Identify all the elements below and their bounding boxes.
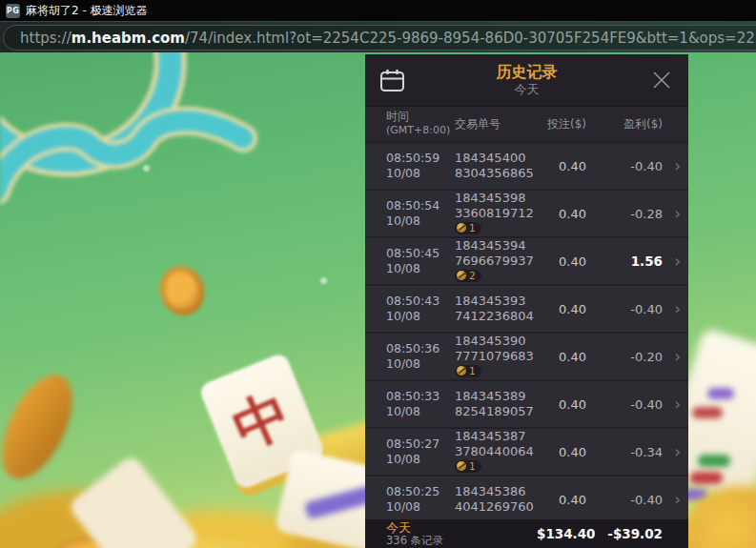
row-order-id: 1843453937412236804	[455, 294, 537, 324]
tile-mark	[692, 407, 723, 418]
panel-subtitle: 今天	[497, 82, 558, 97]
tile-mark	[707, 388, 734, 399]
bonus-count: 1	[469, 365, 476, 377]
chevron-right-icon: ›	[663, 349, 681, 365]
calendar-icon	[379, 69, 405, 92]
row-order-id: 18434539476966799372	[455, 238, 537, 284]
chevron-right-icon: ›	[663, 492, 681, 508]
row-order-id: 1843454008304356865	[455, 151, 537, 181]
footer-today: 今天	[386, 521, 537, 535]
coin-icon	[457, 271, 466, 280]
column-bet: 投注($)	[537, 116, 586, 132]
coin-icon	[457, 461, 466, 471]
footer-total-profit: -$39.02	[586, 526, 663, 541]
row-bet: 0.40	[537, 350, 586, 364]
bonus-count: 2	[469, 270, 476, 282]
history-row[interactable]: 08:50:3610/08184345390777107968310.40-0.…	[365, 334, 688, 379]
history-panel-header: 历史记录 今天	[365, 54, 688, 107]
row-order-id: 18434539833608197121	[455, 191, 537, 236]
window-title: 麻将胡了2 - 极速浏览器	[26, 3, 148, 19]
footer-label: 今天 336 条记录	[386, 521, 537, 547]
history-rows: 08:50:5910/0818434540083043568650.40-0.4…	[365, 141, 688, 519]
bonus-count: 1	[469, 460, 476, 473]
url-text: https://m.heabm.com/74/index.html?ot=225…	[20, 30, 756, 47]
chevron-right-icon: ›	[663, 396, 681, 413]
column-profit: 盈利($)	[586, 116, 663, 132]
row-profit: -0.40	[586, 159, 663, 173]
row-profit: -0.40	[586, 397, 663, 412]
falling-coin-icon	[0, 364, 87, 489]
site-favicon: PG	[6, 4, 20, 18]
column-order: 交易单号	[455, 116, 537, 132]
row-time: 08:50:3310/08	[386, 389, 455, 420]
chevron-right-icon: ›	[663, 254, 681, 270]
calendar-button[interactable]	[365, 54, 419, 106]
row-order-id: 1843453864041269760	[455, 484, 537, 515]
bonus-badge: 2	[455, 270, 481, 282]
history-footer: 今天 336 条记录 $134.40 -$39.02	[365, 519, 688, 548]
column-time: 时间 (GMT+8:00)	[386, 111, 455, 137]
row-time: 08:50:2510/08	[386, 484, 455, 516]
chevron-right-icon: ›	[663, 444, 681, 460]
history-row[interactable]: 08:50:3310/0818434538982541890570.40-0.4…	[365, 381, 688, 427]
row-bet: 0.40	[537, 159, 586, 173]
history-row[interactable]: 08:50:2710/08184345387378044006410.40-0.…	[365, 429, 688, 475]
panel-title: 历史记录	[497, 63, 558, 82]
row-time: 08:50:2710/08	[386, 436, 455, 468]
history-panel: 历史记录 今天 时间 (GMT+8:00) 交易单号 投注($) 盈利($) 0…	[365, 54, 688, 548]
address-bar: https://m.heabm.com/74/index.html?ot=225…	[0, 21, 756, 52]
row-time: 08:50:4510/08	[386, 246, 455, 277]
history-row[interactable]: 08:50:5910/0818434540083043568650.40-0.4…	[365, 143, 688, 189]
row-time: 08:50:5410/08	[386, 198, 455, 230]
row-time: 08:50:3610/08	[386, 341, 455, 373]
row-profit: 1.56	[586, 254, 663, 269]
row-order-id: 18434538737804400641	[455, 429, 537, 475]
chevron-right-icon: ›	[663, 158, 681, 174]
row-bet: 0.40	[537, 207, 586, 221]
bonus-badge: 1	[455, 460, 481, 473]
row-bet: 0.40	[537, 493, 586, 507]
chevron-right-icon: ›	[663, 206, 681, 222]
row-profit: -0.20	[586, 350, 663, 364]
row-profit: -0.40	[586, 493, 663, 507]
bonus-badge: 1	[455, 222, 481, 234]
footer-record-count: 336 条记录	[386, 535, 537, 547]
game-viewport: 中 历史记录 今天	[0, 52, 756, 548]
row-bet: 0.40	[537, 397, 586, 412]
row-order-id: 1843453898254189057	[455, 389, 537, 419]
coin-icon	[457, 223, 466, 233]
sparkle	[320, 277, 327, 284]
footer-total-bet: $134.40	[537, 526, 586, 541]
history-row[interactable]: 08:50:4510/08184345394769667993720.401.5…	[365, 238, 688, 284]
tile-mark	[698, 455, 730, 467]
bonus-count: 1	[469, 222, 476, 234]
url-input[interactable]: https://m.heabm.com/74/index.html?ot=225…	[3, 25, 756, 51]
close-button[interactable]	[635, 54, 688, 106]
history-row[interactable]: 08:50:2510/0818434538640412697600.40-0.4…	[365, 477, 688, 519]
sparkle	[143, 165, 150, 172]
row-time: 08:50:4310/08	[386, 294, 455, 325]
row-bet: 0.40	[537, 445, 586, 459]
table-column-headers: 时间 (GMT+8:00) 交易单号 投注($) 盈利($)	[365, 107, 688, 141]
tile-mark	[690, 472, 723, 484]
panel-titles: 历史记录 今天	[497, 63, 558, 97]
row-bet: 0.40	[537, 302, 586, 316]
row-time: 08:50:5910/08	[386, 151, 455, 182]
tile-character: 中	[222, 376, 303, 467]
coin-icon	[457, 366, 466, 375]
falling-coin-icon	[153, 260, 211, 321]
bonus-badge: 1	[455, 365, 481, 377]
row-profit: -0.40	[586, 302, 663, 316]
history-row[interactable]: 08:50:4310/0818434539374122368040.40-0.4…	[365, 286, 688, 332]
close-icon	[651, 70, 672, 91]
row-profit: -0.28	[586, 207, 663, 221]
row-bet: 0.40	[537, 254, 586, 269]
cloud-swirl-art	[0, 52, 257, 205]
history-row[interactable]: 08:50:5410/08184345398336081971210.40-0.…	[365, 191, 688, 236]
row-profit: -0.34	[586, 445, 663, 459]
browser-titlebar: PG 麻将胡了2 - 极速浏览器	[0, 0, 756, 21]
chevron-right-icon: ›	[663, 301, 681, 317]
row-order-id: 18434539077710796831	[455, 334, 537, 379]
